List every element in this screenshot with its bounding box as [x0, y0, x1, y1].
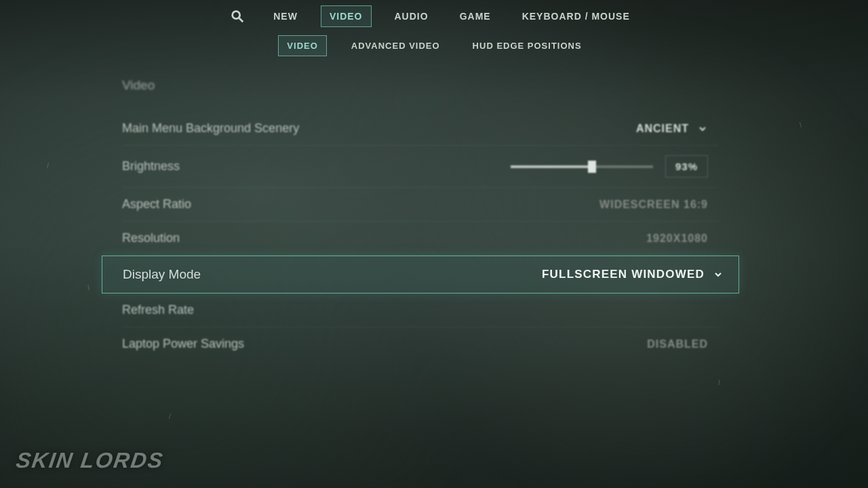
tab-audio[interactable]: AUDIO — [387, 6, 437, 26]
subtab-advanced-video[interactable]: ADVANCED VIDEO — [343, 36, 448, 56]
setting-value[interactable]: 1920X1080 — [646, 232, 708, 245]
setting-label: Resolution — [122, 231, 180, 245]
watermark: SKIN LORDS — [14, 448, 165, 473]
row-brightness[interactable]: Brightness 93% — [122, 146, 719, 188]
setting-label: Brightness — [122, 159, 180, 174]
brightness-value: 93% — [665, 155, 708, 178]
setting-label: Display Mode — [123, 267, 201, 282]
subtab-hud-edge[interactable]: HUD EDGE POSITIONS — [465, 36, 590, 56]
setting-label: Laptop Power Savings — [122, 337, 244, 351]
row-display-mode[interactable]: Display Mode FULLSCREEN WINDOWED — [102, 256, 739, 293]
main-tabs: NEW VIDEO AUDIO GAME KEYBOARD / MOUSE — [0, 5, 868, 27]
sub-tabs: VIDEO ADVANCED VIDEO HUD EDGE POSITIONS — [0, 35, 868, 56]
setting-value[interactable]: DISABLED — [647, 338, 708, 350]
chevron-down-icon — [713, 269, 724, 280]
tab-game[interactable]: GAME — [452, 6, 499, 26]
brightness-control: 93% — [511, 155, 708, 178]
row-aspect-ratio[interactable]: Aspect Ratio WIDESCREEN 16:9 — [122, 188, 719, 222]
chevron-down-icon — [697, 123, 708, 134]
row-laptop-power[interactable]: Laptop Power Savings DISABLED — [122, 327, 719, 361]
brightness-slider[interactable] — [511, 165, 653, 168]
setting-value[interactable]: WIDESCREEN 16:9 — [599, 199, 708, 211]
svg-point-0 — [233, 12, 240, 19]
svg-line-1 — [239, 18, 243, 22]
setting-value[interactable]: FULLSCREEN WINDOWED — [542, 268, 724, 281]
subtab-video[interactable]: VIDEO — [278, 35, 326, 56]
section-title: Video — [122, 78, 719, 93]
setting-value[interactable]: ANCIENT — [636, 123, 708, 135]
row-refresh-rate[interactable]: Refresh Rate — [122, 293, 719, 327]
row-resolution[interactable]: Resolution 1920X1080 — [122, 222, 719, 256]
setting-label: Aspect Ratio — [122, 197, 191, 211]
settings-panel: Video Main Menu Background Scenery ANCIE… — [122, 78, 719, 361]
tab-video[interactable]: VIDEO — [321, 5, 372, 27]
slider-thumb[interactable] — [588, 161, 596, 173]
search-icon[interactable] — [230, 9, 245, 24]
tab-keyboard-mouse[interactable]: KEYBOARD / MOUSE — [514, 6, 638, 26]
row-background-scenery[interactable]: Main Menu Background Scenery ANCIENT — [122, 112, 719, 146]
setting-label: Main Menu Background Scenery — [122, 121, 299, 136]
setting-label: Refresh Rate — [122, 303, 194, 317]
slider-fill — [511, 165, 592, 168]
tab-new[interactable]: NEW — [265, 6, 306, 26]
